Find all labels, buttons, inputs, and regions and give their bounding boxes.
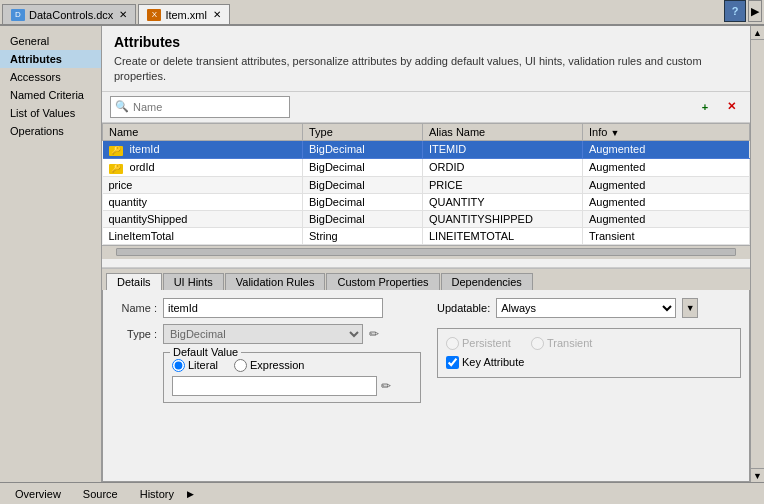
key-icon: 🔑 xyxy=(109,164,123,174)
default-value-legend: Default Value xyxy=(170,346,241,358)
literal-radio-label[interactable]: Literal xyxy=(172,359,218,372)
edit-type-icon[interactable]: ✏ xyxy=(369,327,379,341)
sidebar: General Attributes Accessors Named Crite… xyxy=(0,26,102,482)
tab-custom-properties[interactable]: Custom Properties xyxy=(326,273,439,290)
col-name: Name xyxy=(103,123,303,140)
content-header: Attributes Create or delete transient at… xyxy=(102,26,750,92)
persistent-radio xyxy=(446,337,459,350)
type-select[interactable]: BigDecimal xyxy=(163,324,363,344)
key-attribute-checkbox[interactable] xyxy=(446,356,459,369)
sidebar-item-named-criteria[interactable]: Named Criteria xyxy=(0,86,101,104)
toolbar: 🔍 + ✕ xyxy=(102,92,750,123)
tab-validation-rules[interactable]: Validation Rules xyxy=(225,273,326,290)
scroll-down-button[interactable]: ▼ xyxy=(751,468,765,482)
content-area: Attributes Create or delete transient at… xyxy=(102,26,750,482)
tab-bar: D DataControls.dcx ✕ X Item.xml ✕ ? ▶ xyxy=(0,0,764,26)
expression-radio[interactable] xyxy=(234,359,247,372)
close-icon[interactable]: ✕ xyxy=(213,9,221,20)
search-icon: 🔍 xyxy=(115,100,129,113)
table-row[interactable]: 🔑 itemId BigDecimal ITEMID Augmented xyxy=(103,140,750,158)
updatable-select[interactable]: Always xyxy=(496,298,676,318)
tab-details[interactable]: Details xyxy=(106,273,162,290)
edit-default-icon[interactable]: ✏ xyxy=(381,379,391,393)
add-button[interactable]: + xyxy=(694,96,716,118)
tab-itemxml[interactable]: X Item.xml ✕ xyxy=(138,4,230,24)
default-value-group: Default Value Literal Expression xyxy=(163,352,421,403)
bottom-tab-bar: Overview Source History ▶ xyxy=(0,482,764,504)
table-area: Name Type Alias Name Info ▼ xyxy=(102,123,750,268)
table-row[interactable]: LineItemTotal String LINEITEMTOTAL Trans… xyxy=(103,227,750,244)
table-row[interactable]: quantity BigDecimal QUANTITY Augmented xyxy=(103,193,750,210)
updatable-label: Updatable: xyxy=(437,302,490,314)
col-info: Info ▼ xyxy=(583,123,750,140)
sidebar-item-attributes[interactable]: Attributes xyxy=(0,50,101,68)
persistence-group: Persistent Transient Key Attribute xyxy=(437,328,741,378)
page-description: Create or delete transient attributes, p… xyxy=(114,54,738,85)
scroll-button[interactable]: ▶ xyxy=(748,0,762,22)
updatable-dropdown-icon[interactable]: ▼ xyxy=(682,298,698,318)
key-icon: 🔑 xyxy=(109,146,123,156)
bottom-arrow-icon[interactable]: ▶ xyxy=(187,489,194,499)
detail-tabs-nav: Details UI Hints Validation Rules Custom… xyxy=(102,269,750,290)
search-box: 🔍 xyxy=(110,96,290,118)
tab-dependencies[interactable]: Dependencies xyxy=(441,273,533,290)
literal-radio[interactable] xyxy=(172,359,185,372)
search-input[interactable] xyxy=(133,101,285,113)
dcx-icon: D xyxy=(11,9,25,21)
table-row[interactable]: price BigDecimal PRICE Augmented xyxy=(103,176,750,193)
tab-datacontrols[interactable]: D DataControls.dcx ✕ xyxy=(2,4,136,24)
type-label: Type : xyxy=(111,328,157,340)
sidebar-item-operations[interactable]: Operations xyxy=(0,122,101,140)
close-icon[interactable]: ✕ xyxy=(119,9,127,20)
xml-icon: X xyxy=(147,9,161,21)
table-row[interactable]: quantityShipped BigDecimal QUANTITYSHIPP… xyxy=(103,210,750,227)
transient-radio xyxy=(531,337,544,350)
sidebar-item-list-of-values[interactable]: List of Values xyxy=(0,104,101,122)
col-alias: Alias Name xyxy=(423,123,583,140)
key-attribute-label: Key Attribute xyxy=(462,356,524,368)
col-type: Type xyxy=(303,123,423,140)
transient-radio-label[interactable]: Transient xyxy=(531,337,592,350)
name-input[interactable] xyxy=(163,298,383,318)
table-row[interactable]: 🔑 ordId BigDecimal ORDID Augmented xyxy=(103,158,750,176)
detail-form-left: Name : Type : BigDecimal ✏ xyxy=(111,298,421,473)
sidebar-item-accessors[interactable]: Accessors xyxy=(0,68,101,86)
right-scrollbar[interactable]: ▲ ▼ xyxy=(750,26,764,482)
persistent-radio-label[interactable]: Persistent xyxy=(446,337,511,350)
scroll-up-button[interactable]: ▲ xyxy=(751,26,765,40)
detail-tab-content: Name : Type : BigDecimal ✏ xyxy=(102,290,750,482)
horizontal-scrollbar[interactable] xyxy=(102,245,750,259)
detail-form-right: Updatable: Always ▼ Persistent xyxy=(437,298,741,473)
expression-radio-label[interactable]: Expression xyxy=(234,359,304,372)
bottom-tab-history[interactable]: History xyxy=(129,485,185,503)
remove-button[interactable]: ✕ xyxy=(720,96,742,118)
tab-ui-hints[interactable]: UI Hints xyxy=(163,273,224,290)
default-value-input[interactable] xyxy=(172,376,377,396)
sidebar-item-general[interactable]: General xyxy=(0,32,101,50)
name-label: Name : xyxy=(111,302,157,314)
sort-arrow-icon: ▼ xyxy=(610,128,619,138)
help-button[interactable]: ? xyxy=(724,0,746,22)
page-title: Attributes xyxy=(114,34,738,50)
bottom-tab-source[interactable]: Source xyxy=(72,485,129,503)
detail-tabs-panel: Details UI Hints Validation Rules Custom… xyxy=(102,268,750,482)
bottom-tab-overview[interactable]: Overview xyxy=(4,485,72,503)
